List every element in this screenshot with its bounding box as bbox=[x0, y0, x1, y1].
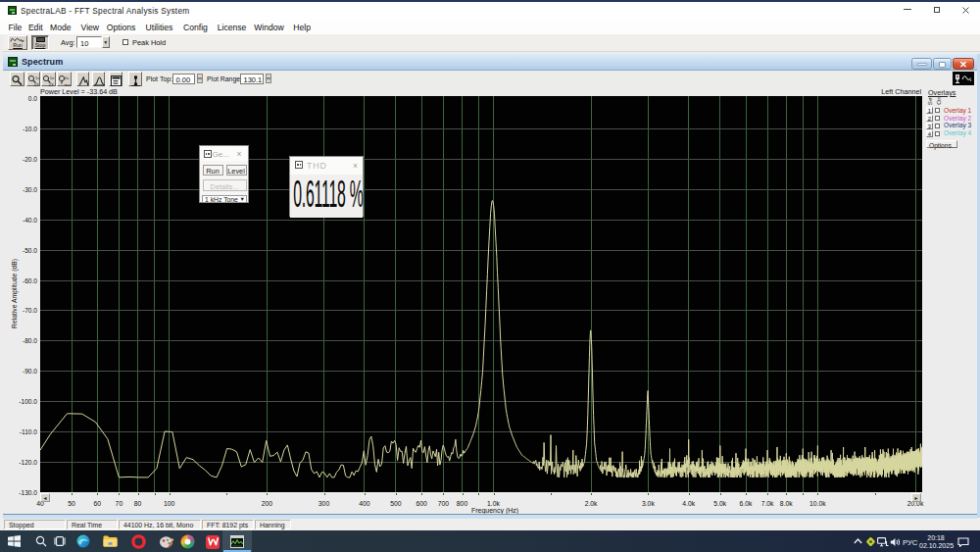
svg-text:2x: 2x bbox=[49, 80, 55, 86]
svg-text:0x: 0x bbox=[65, 75, 69, 80]
svg-text:0x: 0x bbox=[50, 75, 54, 80]
svg-text:max: max bbox=[65, 81, 72, 86]
